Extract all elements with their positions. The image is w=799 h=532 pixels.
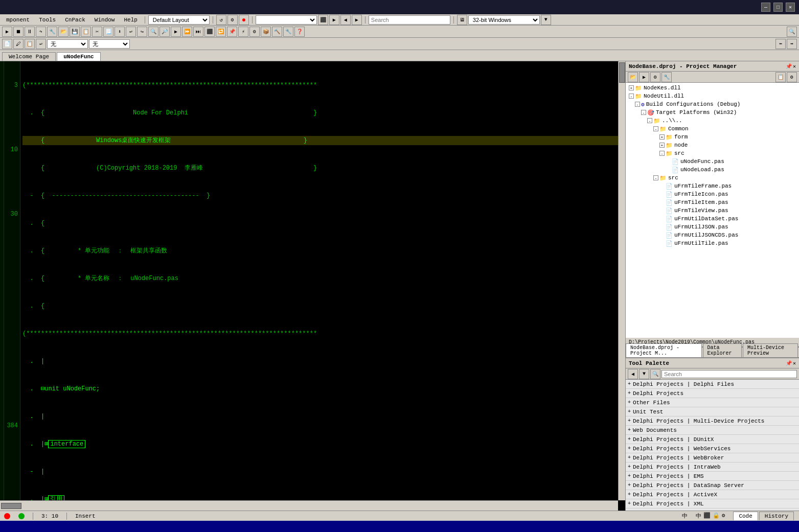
t3-btn-2[interactable]: 🖊 xyxy=(13,39,24,49)
t3-btn-align-right[interactable]: ➡ xyxy=(787,39,797,49)
tree-item-ufrm2[interactable]: 📄 uFrmTileIcon.pas xyxy=(627,190,798,198)
menu-tools[interactable]: Tools xyxy=(35,16,60,24)
t2-btn-7[interactable]: 💾 xyxy=(70,27,80,37)
code-dropdown-1[interactable]: 无 xyxy=(47,39,88,49)
bottom-tab-history[interactable]: History xyxy=(759,512,794,520)
expand-dotdot[interactable]: - xyxy=(647,118,652,123)
t2-btn-10[interactable]: 📃 xyxy=(103,27,113,37)
maximize-button[interactable]: □ xyxy=(773,3,783,12)
palette-group-delphi[interactable]: + Delphi Projects xyxy=(626,389,799,398)
toolbar-btn-platform-2[interactable]: ▼ xyxy=(541,15,551,25)
expand-src2[interactable]: - xyxy=(653,175,658,180)
t2-btn-1[interactable]: ▶ xyxy=(2,27,12,37)
pm-btn-2[interactable]: ▶ xyxy=(639,72,649,82)
palette-group-intraweb[interactable]: + Delphi Projects | IntraWeb xyxy=(626,462,799,472)
palette-close-btn[interactable]: ✕ xyxy=(793,360,796,366)
tree-item-nodekes[interactable]: + 📁 NodeKes.dll xyxy=(627,84,798,92)
expand-common[interactable]: - xyxy=(653,126,658,131)
pm-btn-settings[interactable]: ⚙ xyxy=(787,72,797,82)
code-dropdown-2[interactable]: 无 xyxy=(89,39,130,49)
t2-btn-22[interactable]: ⚡ xyxy=(238,27,248,37)
t2-btn-3[interactable]: ⏸ xyxy=(25,27,35,37)
palette-group-cnpack[interactable]: + Delphi Projects | CnPack xyxy=(626,508,799,511)
tree-item-ufrm1[interactable]: 📄 uFrmTileFrame.pas xyxy=(627,182,798,190)
panel-pin-btn[interactable]: 📌 xyxy=(786,63,792,70)
minimize-button[interactable]: — xyxy=(761,3,770,12)
t2-btn-27[interactable]: ❓ xyxy=(294,27,305,37)
t2-btn-end[interactable]: 🔍 xyxy=(787,27,797,37)
menu-window[interactable]: Window xyxy=(90,16,119,24)
tree-item-src2[interactable]: - 📁 src xyxy=(627,174,798,182)
panel-tab-dataexplorer[interactable]: Data Explorer xyxy=(703,343,742,357)
tree-item-buildconfig[interactable]: - ⚙ Build Configurations (Debug) xyxy=(627,100,798,108)
t2-btn-6[interactable]: 📂 xyxy=(58,27,69,37)
tree-item-ufrm8[interactable]: 📄 uFrmUtilTile.pas xyxy=(627,239,798,247)
t2-btn-17[interactable]: ⏩ xyxy=(182,27,192,37)
palette-group-other[interactable]: + Other Files xyxy=(626,398,799,407)
toolbar-btn-settings[interactable]: ⚙ xyxy=(227,15,238,25)
code-editor[interactable]: 3 10 30 xyxy=(0,61,625,511)
t2-btn-12[interactable]: ↩ xyxy=(126,27,136,37)
tree-item-ufrm5[interactable]: 📄 uFrmUtilDataSet.pas xyxy=(627,215,798,223)
toolbar-btn-run2[interactable]: ▶ xyxy=(329,15,339,25)
tree-item-nodeutil[interactable]: - 📁 NodeUtil.dll xyxy=(627,92,798,100)
palette-group-unittest[interactable]: + Unit Test xyxy=(626,407,799,417)
palette-group-webbroker[interactable]: + Delphi Projects | WebBroker xyxy=(626,453,799,462)
tree-item-dotdot[interactable]: - 📁 ..\\.. xyxy=(627,117,798,125)
t3-btn-1[interactable]: 📄 xyxy=(2,39,12,49)
tab-unodefunc[interactable]: uNodeFunc xyxy=(57,52,100,61)
run-config-dropdown[interactable] xyxy=(256,15,317,25)
expand-src[interactable]: - xyxy=(659,151,665,156)
search-input[interactable] xyxy=(369,15,450,25)
t3-btn-4[interactable]: ↩ xyxy=(36,39,46,49)
toolbar-btn-back[interactable]: ◀ xyxy=(340,15,351,25)
tree-item-targetplatform[interactable]: - 🎯 Target Platforms (Win32) xyxy=(627,108,798,117)
toolbar-btn-run1[interactable]: ⬛ xyxy=(318,15,328,25)
palette-btn-1[interactable]: ◀ xyxy=(628,369,638,379)
close-button[interactable]: ✕ xyxy=(786,3,795,12)
platform-dropdown[interactable]: 32-bit Windows xyxy=(468,15,540,25)
expand-targetplatform[interactable]: - xyxy=(641,110,646,115)
tree-item-node[interactable]: + 📁 node xyxy=(627,141,798,149)
panel-tab-multidevice[interactable]: Multi-Device Preview xyxy=(743,343,798,357)
vertical-scrollbar[interactable] xyxy=(618,61,625,500)
palette-group-activex[interactable]: + Delphi Projects | ActiveX xyxy=(626,490,799,499)
t2-btn-4[interactable]: ↷ xyxy=(36,27,46,37)
tree-item-ufrm4[interactable]: 📄 uFrmTileView.pas xyxy=(627,206,798,215)
palette-group-datasnap[interactable]: + Delphi Projects | DataSnap Server xyxy=(626,481,799,490)
t2-btn-14[interactable]: 🔍 xyxy=(148,27,158,37)
expand-form[interactable]: + xyxy=(659,134,665,140)
t2-btn-2[interactable]: ⏹ xyxy=(13,27,24,37)
palette-btn-2[interactable]: ▼ xyxy=(639,369,649,379)
palette-group-ems[interactable]: + Delphi Projects | EMS xyxy=(626,472,799,481)
tree-item-ufrm3[interactable]: 📄 uFrmTileItem.pas xyxy=(627,198,798,206)
t2-btn-19[interactable]: ⬛ xyxy=(204,27,215,37)
tab-welcome[interactable]: Welcome Page xyxy=(2,52,56,61)
palette-pin-btn[interactable]: 📌 xyxy=(786,360,792,366)
t2-btn-11[interactable]: ⬇ xyxy=(115,27,125,37)
menu-cnpack[interactable]: CnPack xyxy=(61,16,89,24)
pm-btn-1[interactable]: 📂 xyxy=(628,72,638,82)
t2-btn-15[interactable]: 🔎 xyxy=(159,27,170,37)
tree-item-ufrm7[interactable]: 📄 uFrmUtilJSONCDS.pas xyxy=(627,231,798,239)
tree-item-common[interactable]: - 📁 Common xyxy=(627,125,798,133)
pm-btn-collapse[interactable]: 📋 xyxy=(775,72,786,82)
toolbar-btn-fwd[interactable]: ▶ xyxy=(352,15,362,25)
palette-group-multidevice[interactable]: + Delphi Projects | Multi-Device Project… xyxy=(626,417,799,426)
pm-btn-4[interactable]: 🔧 xyxy=(661,72,672,82)
horizontal-scrollbar[interactable] xyxy=(0,500,618,511)
palette-search-input[interactable] xyxy=(661,370,797,378)
palette-group-webservices[interactable]: + Delphi Projects | WebServices xyxy=(626,444,799,453)
toolbar-btn-refresh[interactable]: ↺ xyxy=(216,15,226,25)
palette-group-xml[interactable]: + Delphi Projects | XML xyxy=(626,499,799,508)
expand-nodeutil[interactable]: - xyxy=(629,94,634,99)
panel-close-btn[interactable]: ✕ xyxy=(793,63,796,70)
tree-item-form[interactable]: + 📁 form xyxy=(627,133,798,141)
tree-item-ufrm6[interactable]: 📄 uFrmUtilJSON.pas xyxy=(627,223,798,231)
t2-btn-18[interactable]: ⏭ xyxy=(193,27,203,37)
layout-dropdown[interactable]: Default Layout xyxy=(148,15,210,25)
t2-btn-21[interactable]: 📌 xyxy=(227,27,237,37)
t2-btn-9[interactable]: ✂ xyxy=(92,27,102,37)
menu-mponent[interactable]: mponent xyxy=(2,16,34,24)
t2-btn-24[interactable]: 📦 xyxy=(261,27,271,37)
